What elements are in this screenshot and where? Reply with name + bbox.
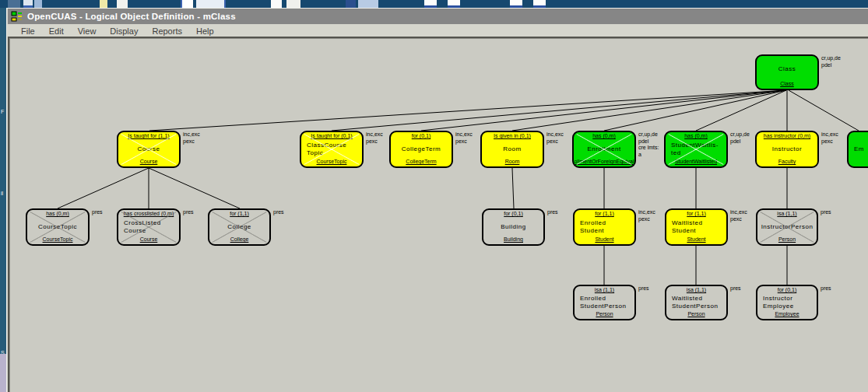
desktop-icon-fragment xyxy=(448,0,460,8)
menu-edit[interactable]: Edit xyxy=(42,26,71,37)
desktop-icon-fragment xyxy=(181,0,193,8)
node-label: CollegeTerm xyxy=(391,139,452,159)
node-type-label: Person xyxy=(575,311,634,319)
app-icon xyxy=(11,11,23,22)
node-enrolledstudent[interactable]: for (1,1)Enrolled StudentStudent inc,exc… xyxy=(573,208,636,246)
desktop-left-strip: F il S xyxy=(0,8,6,354)
node-label: Course xyxy=(118,139,179,159)
node-top-label: isa (1,1) xyxy=(757,210,817,217)
node-type-label: Class xyxy=(757,81,817,89)
node-type-label: Building xyxy=(483,236,543,244)
node-enrollment[interactable]: has (0,m)EnrollmentollmentOrForeignEquiv… xyxy=(572,131,636,168)
node-label: Waitlisted StudentPerson xyxy=(666,293,726,311)
node-label: Building xyxy=(483,217,543,236)
desktop-icon-fragment xyxy=(100,0,107,8)
node-type-label: Employee xyxy=(757,311,817,319)
node-label: CourseTopic xyxy=(27,217,88,236)
node-type-label: Room xyxy=(482,159,543,166)
node-label: Instructor xyxy=(757,139,817,159)
menu-help[interactable]: Help xyxy=(189,26,221,37)
node-top-label: has (0,m) xyxy=(666,132,726,139)
menu-reports[interactable]: Reports xyxy=(145,26,189,37)
node-label: Enrolled StudentPerson xyxy=(575,293,634,311)
node-top-label: isa (1,1) xyxy=(666,286,726,293)
desktop-icon-fragment xyxy=(424,0,437,8)
node-type-label: ollmentOrForeignEquival xyxy=(574,159,634,166)
node-classcoursetopic[interactable]: Is taught for (0,1)ClassCourse TopicCour… xyxy=(300,131,364,168)
node-top-label: for (1,1) xyxy=(209,210,269,217)
edge-text-fragment: il xyxy=(1,191,3,196)
node-top-label: has (0,m) xyxy=(574,132,634,139)
node-type-label: Course xyxy=(118,236,179,244)
node-label: Enrollment xyxy=(574,139,634,159)
node-instructorperson[interactable]: isa (1,1)InstructorPersonPerson pres xyxy=(756,208,818,246)
desktop-top-strip xyxy=(0,0,868,8)
node-type-label xyxy=(849,165,868,166)
node-top-label: for (0,1) xyxy=(391,132,452,139)
node-label: Enrolled Student xyxy=(575,217,634,236)
node-instructoremployee[interactable]: for (0,1)Instructor EmployeeEmployee pre… xyxy=(756,285,818,320)
node-room[interactable]: Is given in (0,1)RoomRoom inc,exc pexc xyxy=(480,131,544,168)
desktop-icon-fragment xyxy=(34,0,42,8)
node-crosslistedcourse[interactable]: has crosslisted (0,m)CrossListed CourseC… xyxy=(117,208,181,246)
node-type-label: CourseTopic xyxy=(301,159,362,166)
node-top-label: for (0,1) xyxy=(483,210,543,217)
node-type-label: Faculty xyxy=(757,159,817,166)
node-top-label: Is given in (0,1) xyxy=(482,132,543,139)
node-top-label: has (0,m) xyxy=(27,210,88,217)
node-type-label: Person xyxy=(666,311,726,319)
node-side-annotation: pres xyxy=(821,209,856,216)
node-side-annotation: pres xyxy=(273,209,309,216)
node-waitlistedstudentperson[interactable]: isa (1,1)Waitlisted StudentPersonPerson … xyxy=(665,285,728,320)
node-instructor[interactable]: has instructor (0,m)InstructorFaculty in… xyxy=(755,131,819,168)
node-top-label: has instructor (0,m) xyxy=(757,132,817,139)
node-label: InstructorPerson xyxy=(757,217,817,236)
node-course[interactable]: Is taught for (1,1)CourseCourse inc,exc … xyxy=(117,131,181,168)
node-label: CrossListed Course xyxy=(118,217,179,236)
node-waitlistedstudent[interactable]: for (1,1)Waitlisted StudentStudent inc,e… xyxy=(665,208,728,246)
desktop-bottom-corner xyxy=(0,354,6,392)
node-type-label: CollegeTerm xyxy=(391,159,452,166)
desktop-icon-fragment xyxy=(196,0,226,8)
node-enrolledstudentperson[interactable]: isa (1,1)Enrolled StudentPersonPerson pr… xyxy=(573,285,636,320)
desktop-icon-fragment xyxy=(286,0,300,8)
node-label: College xyxy=(209,217,269,236)
menu-view[interactable]: View xyxy=(71,26,104,37)
node-label: StudentWaitlis-ted xyxy=(666,139,726,159)
node-top-label: Is taught for (1,1) xyxy=(118,132,179,139)
desktop-icon-fragment xyxy=(117,0,128,8)
desktop-icon-fragment xyxy=(8,0,20,8)
node-em-clipped[interactable]: Em xyxy=(847,131,868,168)
node-label: Room xyxy=(482,139,543,159)
node-studentwaitlisted[interactable]: has (0,m)StudentWaitlis-tedStudentWaitli… xyxy=(664,131,728,168)
node-top-label: for (1,1) xyxy=(666,210,726,217)
title-bar[interactable]: OpenCUAS - Logical Object Definition - m… xyxy=(8,9,868,24)
node-type-label: CourseTopic xyxy=(27,236,88,244)
node-type-label: College xyxy=(209,236,269,244)
node-college[interactable]: for (1,1)CollegeCollege pres xyxy=(208,208,271,246)
node-top-label: has crosslisted (0,m) xyxy=(118,210,179,217)
node-label: Waitlisted Student xyxy=(666,217,726,236)
node-side-annotation: cr,up,de pdel xyxy=(821,55,857,68)
node-label: Instructor Employee xyxy=(757,293,817,311)
node-top-label: Is taught for (0,1) xyxy=(301,132,362,139)
node-label: Em xyxy=(849,133,868,165)
desktop-icon-fragment xyxy=(510,0,522,8)
node-type-label: Person xyxy=(757,236,817,244)
desktop-icon-fragment xyxy=(271,0,282,8)
node-side-annotation: pres xyxy=(821,285,856,292)
node-collegeterm[interactable]: for (0,1)CollegeTermCollegeTerm inc,exc … xyxy=(389,131,453,168)
node-top-label: for (0,1) xyxy=(757,286,817,293)
desktop-icon-fragment xyxy=(346,0,356,8)
node-class[interactable]: ClassClass cr,up,de pdel xyxy=(755,54,819,90)
node-top-label: for (1,1) xyxy=(575,210,634,217)
node-type-label: StudentWaitlisted xyxy=(666,159,726,166)
menu-file[interactable]: File xyxy=(14,26,42,37)
node-type-label: Course xyxy=(118,159,179,166)
desktop-icon-fragment xyxy=(23,0,33,8)
node-coursetopic[interactable]: has (0,m)CourseTopicCourseTopic pres xyxy=(26,208,90,246)
node-building[interactable]: for (0,1)BuildingBuilding pres xyxy=(482,208,545,246)
menu-display[interactable]: Display xyxy=(103,26,145,37)
node-top-label: isa (1,1) xyxy=(575,286,634,293)
node-type-label: Student xyxy=(666,236,726,244)
